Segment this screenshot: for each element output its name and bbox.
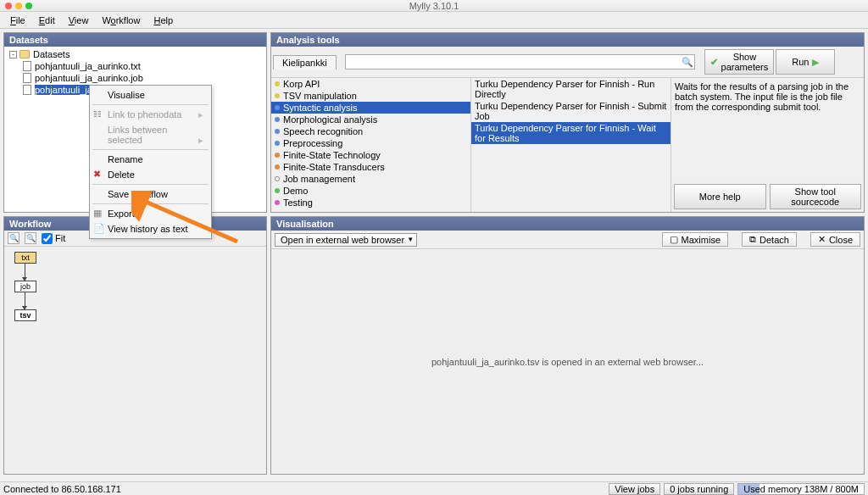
close-button[interactable]: ✕ Close: [810, 232, 860, 247]
category-list[interactable]: Korp APITSV manipulationSyntactic analys…: [271, 78, 471, 212]
menu-separator: [92, 104, 209, 105]
category-label: Finite-State Technology: [283, 150, 381, 160]
workflow-node-tsv[interactable]: tsv: [14, 309, 36, 321]
category-item[interactable]: Syntactic analysis: [271, 102, 470, 114]
export-icon: ▦: [93, 208, 103, 218]
folder-icon: [19, 50, 30, 58]
run-icon: ▶: [812, 57, 819, 68]
context-menu: Visualise 𝌮 Link to phenodata ▸ Links be…: [89, 85, 212, 239]
search-input[interactable]: [345, 54, 695, 70]
more-help-button[interactable]: More help: [674, 184, 766, 209]
zoom-in-button[interactable]: 🔍: [8, 232, 19, 244]
view-jobs-button[interactable]: View jobs: [609, 483, 660, 495]
close-window-button[interactable]: [5, 3, 12, 9]
show-sourcecode-button[interactable]: Show tool sourcecode: [770, 184, 862, 209]
run-button[interactable]: Run ▶: [776, 49, 835, 75]
category-item[interactable]: Speech recognition: [271, 125, 470, 137]
collapse-icon[interactable]: -: [9, 51, 17, 58]
category-dot-icon: [275, 105, 280, 110]
category-dot-icon: [275, 164, 280, 170]
category-label: Job management: [283, 174, 355, 184]
category-item[interactable]: Morphological analysis: [271, 114, 470, 125]
category-dot-icon: [275, 93, 280, 98]
fit-checkbox[interactable]: Fit: [42, 233, 65, 244]
menu-rename[interactable]: Rename: [91, 152, 210, 167]
visualisation-select[interactable]: Open in external web browser ▼: [275, 233, 417, 247]
link-icon: 𝌮: [93, 108, 103, 119]
category-label: Demo: [283, 186, 308, 196]
menubar: File Edit View Workflow Help: [0, 12, 868, 29]
workflow-node-txt[interactable]: txt: [14, 252, 36, 264]
analysis-tools-header: Analysis tools: [271, 33, 864, 47]
menu-separator: [92, 149, 209, 150]
maximise-button[interactable]: ▢ Maximise: [662, 232, 728, 247]
workflow-panel: Workflow 🔍 🔍 Fit txt job tsv: [3, 216, 267, 475]
menu-workflow[interactable]: Workflow: [95, 14, 147, 27]
menu-delete[interactable]: ✖ Delete: [91, 167, 210, 182]
category-dot-icon: [275, 153, 280, 158]
close-icon: ✕: [818, 234, 826, 245]
menu-edit[interactable]: Edit: [32, 14, 62, 27]
menu-help[interactable]: Help: [147, 14, 180, 27]
jobs-running-button[interactable]: 0 jobs running: [664, 483, 734, 495]
memory-status: Used memory 138M / 800M: [737, 483, 865, 495]
delete-icon: ✖: [93, 169, 103, 179]
menu-file[interactable]: File: [3, 14, 32, 27]
menu-view[interactable]: View: [62, 14, 96, 27]
menu-links-between: Links between selected ▸: [91, 122, 210, 147]
category-item[interactable]: Korp API: [271, 78, 470, 90]
maximize-window-button[interactable]: [25, 3, 32, 9]
tool-description: Waits for the results of a parsing job i…: [671, 78, 864, 181]
chevron-right-icon: ▸: [198, 109, 203, 120]
detach-icon: ⧉: [749, 234, 756, 245]
menu-export[interactable]: ▦ Export...: [91, 206, 210, 221]
tree-item-txt[interactable]: pohjantuuli_ja_aurinko.txt: [6, 60, 264, 72]
visualisation-header: Visualisation: [271, 217, 864, 231]
checkmark-icon: ✔: [710, 57, 718, 68]
datasets-header: Datasets: [4, 33, 266, 47]
category-label: Preprocessing: [283, 138, 342, 148]
category-item[interactable]: Demo: [271, 185, 470, 197]
menu-save-workflow[interactable]: Save workflow: [91, 186, 210, 202]
tool-item[interactable]: Turku Dependency Parser for Finnish - Wa…: [471, 122, 670, 144]
category-label: Speech recognition: [283, 126, 363, 136]
category-item[interactable]: Testing: [271, 197, 470, 209]
category-dot-icon: [275, 200, 280, 205]
workflow-node-job[interactable]: job: [14, 281, 36, 292]
category-label: Morphological analysis: [283, 114, 377, 125]
file-icon: [23, 85, 31, 95]
workflow-arrow: [25, 292, 25, 308]
tab-kielipankki[interactable]: Kielipankki: [273, 55, 337, 70]
workflow-arrow: [25, 264, 25, 279]
show-parameters-button[interactable]: ✔ Show parameters: [704, 49, 775, 75]
workflow-canvas[interactable]: txt job tsv: [4, 247, 266, 474]
tree-item-job[interactable]: pohjantuuli_ja_aurinko.job: [6, 72, 264, 84]
category-item[interactable]: Job management: [271, 173, 470, 185]
chevron-right-icon: ▸: [198, 135, 203, 146]
category-dot-icon: [275, 176, 280, 181]
category-dot-icon: [275, 117, 280, 122]
tool-item[interactable]: Turku Dependency Parser for Finnish - Su…: [471, 100, 670, 122]
tool-list[interactable]: Turku Dependency Parser for Finnish - Ru…: [471, 78, 671, 212]
category-item[interactable]: TSV manipulation: [271, 90, 470, 102]
category-label: Testing: [283, 197, 313, 208]
category-item[interactable]: Finite-State Technology: [271, 149, 470, 161]
detach-button[interactable]: ⧉ Detach: [742, 232, 797, 247]
category-label: Syntactic analysis: [283, 103, 357, 113]
menu-separator: [92, 184, 209, 185]
category-label: Finite-State Transducers: [283, 162, 385, 172]
statusbar: Connected to 86.50.168.171 View jobs 0 j…: [0, 481, 868, 495]
fit-checkbox-input[interactable]: [42, 233, 53, 244]
category-item[interactable]: Finite-State Transducers: [271, 161, 470, 173]
tool-item[interactable]: Turku Dependency Parser for Finnish - Ru…: [471, 78, 670, 100]
category-item[interactable]: Preprocessing: [271, 137, 470, 149]
category-dot-icon: [275, 81, 280, 86]
zoom-out-button[interactable]: 🔍: [25, 232, 36, 244]
menu-visualise[interactable]: Visualise: [91, 87, 210, 103]
category-dot-icon: [275, 188, 280, 193]
category-dot-icon: [275, 141, 280, 146]
category-label: TSV manipulation: [283, 91, 357, 101]
tree-root[interactable]: - Datasets: [6, 48, 264, 60]
minimize-window-button[interactable]: [15, 3, 22, 9]
menu-view-history[interactable]: 📄 View history as text: [91, 221, 210, 236]
